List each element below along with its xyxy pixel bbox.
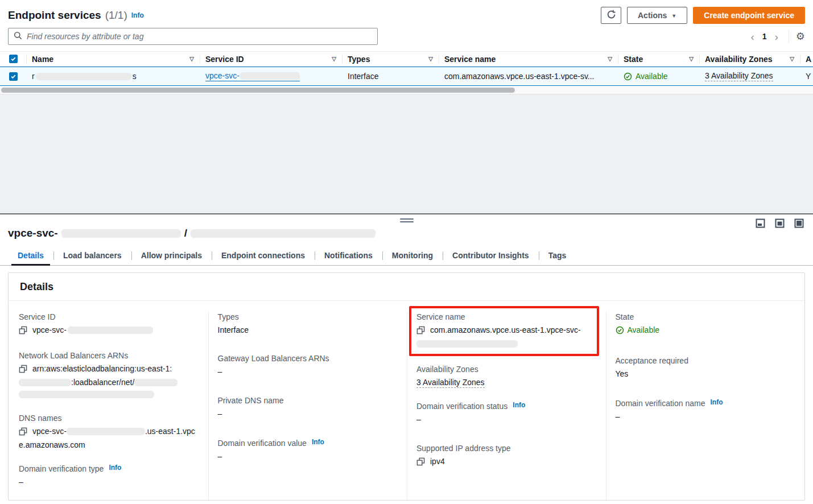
panel-size-medium-icon[interactable] — [775, 218, 785, 228]
split-panel: vpce-svc- / Details Load balancers Allow… — [0, 213, 813, 504]
field-label: Domain verification type — [19, 463, 104, 475]
column-header-name[interactable]: Name ▽ — [26, 52, 200, 66]
sort-icon[interactable]: ▽ — [603, 56, 612, 62]
column-header-availability-zones[interactable]: Availability Zones ▽ — [699, 52, 800, 66]
redacted-text — [416, 340, 518, 348]
field-state: State Available — [616, 311, 793, 338]
search-input[interactable] — [27, 32, 372, 41]
copy-icon[interactable] — [19, 427, 27, 439]
empty-value: – — [416, 414, 593, 425]
redacted-text — [134, 379, 178, 386]
tab-details[interactable]: Details — [8, 246, 53, 265]
tab-tags[interactable]: Tags — [539, 246, 576, 265]
field-supported-ip-address-type: Supported IP address type ipv4 — [416, 443, 593, 469]
cell-name: r s — [26, 72, 200, 81]
sort-icon[interactable]: ▽ — [185, 56, 194, 62]
supported-ip-value: ipv4 — [430, 457, 445, 466]
empty-value: – — [616, 411, 793, 423]
column-header-service-id[interactable]: Service ID ▽ — [200, 52, 342, 66]
info-link[interactable]: Info — [131, 11, 144, 19]
sort-icon[interactable]: ▽ — [424, 56, 433, 62]
name-prefix: r — [32, 72, 35, 81]
column-label: Name — [32, 55, 53, 64]
column-label: Availability Zones — [705, 55, 773, 64]
service-id-value: vpce-svc- — [32, 325, 67, 334]
refresh-button[interactable] — [601, 7, 621, 24]
panel-size-small-icon[interactable] — [756, 218, 765, 228]
previous-page-icon[interactable]: ‹ — [747, 31, 757, 42]
next-page-icon[interactable]: › — [771, 31, 782, 42]
info-link[interactable]: Info — [109, 462, 121, 474]
sort-icon[interactable]: ▽ — [785, 56, 794, 62]
redacted-text — [61, 229, 181, 238]
copy-icon[interactable] — [416, 457, 425, 469]
content-background — [0, 94, 813, 213]
column-header-state[interactable]: State ▽ — [618, 52, 699, 66]
settings-gear-icon[interactable]: ⚙ — [796, 31, 805, 42]
empty-value: – — [19, 476, 196, 488]
nlb-arn-seg3: :loadbalancer/net/ — [71, 378, 134, 387]
cell-service-name: com.amazonaws.vpce.us-east-1.vpce-sv... — [439, 72, 618, 81]
row-checkbox[interactable] — [9, 72, 18, 81]
field-label: Service name — [416, 311, 593, 323]
field-label: Network Load Balancers ARNs — [19, 350, 196, 362]
column-header-types[interactable]: Types ▽ — [342, 52, 439, 66]
tab-load-balancers[interactable]: Load balancers — [53, 246, 131, 265]
service-id-prefix: vpce-svc- — [205, 71, 240, 80]
tab-endpoint-connections[interactable]: Endpoint connections — [212, 246, 315, 265]
empty-value: – — [218, 366, 395, 378]
field-label: Service ID — [19, 311, 196, 323]
service-name-value: com.amazonaws.vpce.us-east-1.vpce-svc- — [430, 325, 581, 334]
tab-notifications[interactable]: Notifications — [315, 246, 382, 265]
field-label: DNS names — [19, 412, 196, 424]
page-title: Endpoint services — [8, 9, 101, 22]
info-link[interactable]: Info — [312, 436, 324, 448]
copy-icon[interactable] — [19, 365, 27, 377]
available-check-icon — [616, 326, 624, 334]
panel-title-prefix: vpce-svc- — [8, 227, 58, 239]
redacted-text — [67, 428, 145, 435]
create-endpoint-service-label: Create endpoint service — [704, 11, 794, 20]
details-column-3: Service name com.amazonaws.vpce.us-east-… — [407, 311, 606, 500]
tab-monitoring[interactable]: Monitoring — [382, 246, 443, 265]
availability-zones-popover[interactable]: 3 Availability Zones — [705, 71, 773, 81]
sort-icon[interactable]: ▽ — [327, 56, 336, 62]
page-number[interactable]: 1 — [760, 32, 769, 41]
endpoint-services-table: Name ▽ Service ID ▽ Types ▽ Service name… — [0, 51, 813, 94]
split-panel-drag-handle[interactable] — [400, 218, 414, 222]
tab-contributor-insights[interactable]: Contributor Insights — [443, 246, 539, 265]
field-label: Supported IP address type — [416, 443, 593, 455]
nlb-arn-seg2: 1: — [165, 364, 172, 373]
state-value: Available — [628, 324, 660, 336]
search-icon — [14, 31, 22, 42]
copy-icon[interactable] — [416, 326, 425, 338]
details-column-4: State Available Acceptance required — [606, 311, 805, 500]
dns-name-seg2: .us-east- — [145, 427, 176, 436]
info-link[interactable]: Info — [513, 399, 525, 411]
state-label: Available — [635, 72, 668, 81]
column-header-acceptance[interactable]: A — [800, 52, 813, 66]
actions-button[interactable]: Actions ▼ — [627, 7, 687, 24]
redacted-text — [36, 73, 131, 80]
availability-zones-popover[interactable]: 3 Availability Zones — [416, 378, 485, 388]
field-label: Types — [218, 311, 395, 323]
name-suffix: s — [133, 72, 137, 81]
field-label: State — [616, 311, 793, 323]
redacted-text — [191, 229, 375, 238]
service-id-link[interactable]: vpce-svc- — [205, 71, 300, 81]
horizontal-scrollbar-thumb[interactable] — [1, 88, 515, 93]
info-link[interactable]: Info — [710, 396, 723, 408]
search-box[interactable] — [8, 28, 378, 45]
field-domain-verification-value: Domain verification value Info – — [218, 437, 395, 462]
copy-icon[interactable] — [19, 326, 27, 338]
panel-size-large-icon[interactable] — [794, 218, 804, 228]
sort-icon[interactable]: ▽ — [684, 56, 694, 62]
field-service-id: Service ID vpce-svc- — [19, 311, 196, 338]
column-header-service-name[interactable]: Service name ▽ — [439, 52, 618, 66]
select-all-checkbox[interactable] — [9, 55, 18, 63]
create-endpoint-service-button[interactable]: Create endpoint service — [693, 7, 805, 24]
field-domain-verification-status: Domain verification status Info – — [416, 400, 593, 425]
field-label: Domain verification status — [416, 400, 507, 412]
table-row[interactable]: r s vpce-svc- Interface com.amazonaws.vp… — [0, 67, 813, 86]
tab-allow-principals[interactable]: Allow principals — [131, 246, 212, 265]
